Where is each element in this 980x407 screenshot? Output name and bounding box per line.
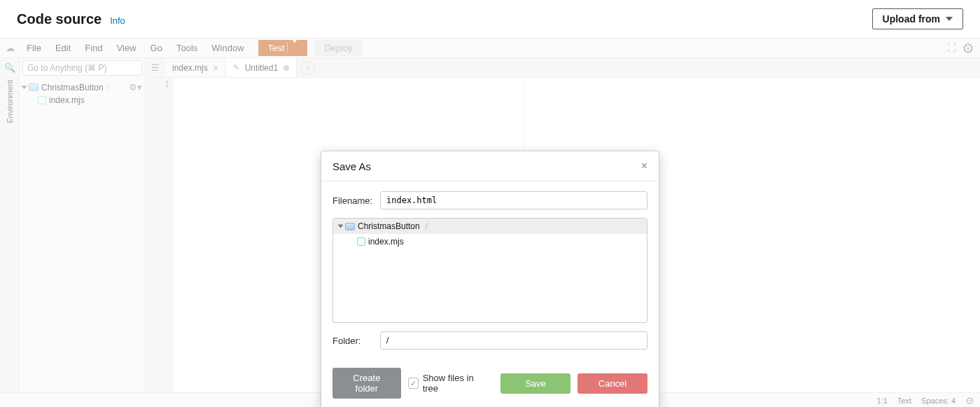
save-as-dialog: Save As × Filename: ChristmasButton / [321,151,659,407]
upload-from-button[interactable]: Upload from [872,8,963,29]
info-link[interactable]: Info [110,15,125,26]
folder-input[interactable] [380,331,648,350]
tree-file-row[interactable]: index.mjs [333,234,647,249]
close-icon[interactable]: × [641,160,648,172]
folder-icon [345,223,355,230]
file-icon [357,237,365,246]
cancel-button[interactable]: Cancel [578,373,648,394]
tree-file-label: index.mjs [368,237,404,247]
caret-down-icon [946,17,953,21]
tree-root-label: ChristmasButton [358,221,420,231]
upload-from-label: Upload from [883,13,940,25]
filename-label: Filename: [332,195,373,206]
chevron-down-icon [338,225,344,228]
show-files-checkbox[interactable]: ✓ [408,378,419,389]
folder-tree[interactable]: ChristmasButton / index.mjs [332,218,648,323]
save-button[interactable]: Save [500,373,570,394]
ide-container: ☁ File Edit Find View Go Tools Window Te… [0,39,980,407]
page-title: Code source [17,11,102,27]
tree-root-row[interactable]: ChristmasButton / [333,219,647,234]
show-files-label: Show files in tree [423,373,486,394]
filename-input[interactable] [380,191,648,209]
dialog-title: Save As [332,160,371,172]
create-folder-button[interactable]: Create folder [332,368,401,399]
page-header: Code source Info Upload from [0,0,980,39]
folder-label: Folder: [332,336,373,346]
modal-backdrop: Save As × Filename: ChristmasButton / [0,39,980,407]
